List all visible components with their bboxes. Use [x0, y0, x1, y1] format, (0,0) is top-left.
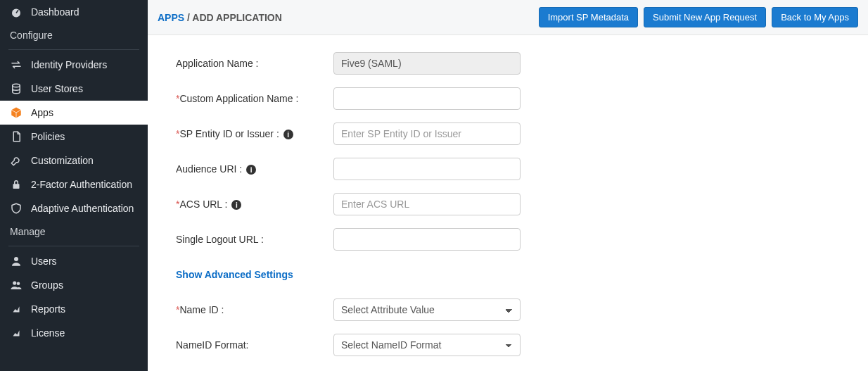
sidebar: Dashboard Configure Identity Providers U… [0, 0, 148, 371]
svg-point-5 [13, 281, 16, 284]
swap-icon [10, 58, 23, 71]
sidebar-item-2fa[interactable]: 2-Factor Authentication [0, 172, 148, 196]
sidebar-item-license[interactable]: License [0, 321, 148, 345]
sidebar-item-user-stores[interactable]: User Stores [0, 77, 148, 101]
box-icon [10, 106, 23, 119]
import-sp-metadata-button[interactable]: Import SP Metadata [539, 7, 638, 27]
show-advanced-settings-link[interactable]: Show Advanced Settings [176, 269, 293, 280]
sidebar-item-label: Dashboard [31, 6, 79, 18]
sidebar-item-users[interactable]: Users [0, 249, 148, 273]
sidebar-item-dashboard[interactable]: Dashboard [0, 0, 148, 24]
divider [8, 49, 139, 50]
sidebar-section-manage: Manage [0, 220, 148, 243]
sidebar-item-label: Policies [31, 131, 65, 142]
breadcrumb-current: ADD APPLICATION [192, 12, 282, 23]
main-content: APPS / ADD APPLICATION Import SP Metadat… [148, 0, 868, 371]
sidebar-item-label: License [31, 327, 65, 339]
sidebar-item-label: Users [31, 256, 57, 267]
row-name-id: *Name ID : Select Attribute Value [176, 298, 840, 321]
label-custom-app-name: *Custom Application Name : [176, 93, 333, 104]
topbar: APPS / ADD APPLICATION Import SP Metadat… [148, 0, 868, 35]
sidebar-item-groups[interactable]: Groups [0, 273, 148, 297]
label-audience-uri: Audience URI : i [176, 163, 333, 175]
chart-icon [10, 327, 23, 339]
svg-rect-3 [13, 184, 20, 189]
audience-uri-field[interactable] [333, 158, 521, 180]
chart-icon [10, 303, 23, 315]
single-logout-url-field[interactable] [333, 228, 521, 251]
topbar-actions: Import SP Metadata Submit New App Reques… [539, 7, 858, 27]
row-custom-app-name: *Custom Application Name : [176, 87, 840, 110]
sidebar-item-adaptive-auth[interactable]: Adaptive Authentication [0, 196, 148, 220]
application-name-field [333, 52, 521, 75]
sidebar-item-label: Reports [31, 303, 65, 315]
sidebar-item-label: Apps [31, 107, 53, 118]
sidebar-section-configure: Configure [0, 24, 148, 46]
sidebar-item-policies[interactable]: Policies [0, 125, 148, 149]
lock-icon [10, 178, 23, 191]
info-icon[interactable]: i [246, 165, 256, 175]
wrench-icon [10, 154, 23, 167]
breadcrumb-sep: / [184, 12, 192, 23]
back-to-my-apps-button[interactable]: Back to My Apps [772, 7, 858, 27]
sidebar-item-reports[interactable]: Reports [0, 297, 148, 321]
svg-point-2 [13, 84, 20, 87]
breadcrumb: APPS / ADD APPLICATION [158, 12, 282, 23]
svg-point-6 [17, 282, 20, 286]
sidebar-item-label: Identity Providers [31, 59, 107, 70]
info-icon[interactable]: i [231, 200, 241, 210]
sidebar-item-label: User Stores [31, 83, 83, 94]
label-slo-url: Single Logout URL : [176, 234, 333, 245]
sidebar-item-label: Groups [31, 279, 63, 291]
label-name-id: *Name ID : [176, 304, 333, 315]
label-sp-entity-id: *SP Entity ID or Issuer : i [176, 128, 333, 139]
row-nameid-format: NameID Format: Select NameID Format [176, 334, 840, 356]
nameid-format-select[interactable]: Select NameID Format [333, 334, 521, 356]
label-acs-url: *ACS URL : i [176, 199, 333, 210]
row-audience-uri: Audience URI : i [176, 158, 840, 180]
label-nameid-format: NameID Format: [176, 339, 333, 351]
acs-url-field[interactable] [333, 193, 521, 215]
row-slo-url: Single Logout URL : [176, 228, 840, 251]
shield-icon [10, 202, 23, 215]
sidebar-item-label: Customization [31, 155, 94, 166]
user-icon [10, 255, 23, 268]
form: Application Name : *Custom Application N… [148, 35, 868, 371]
sidebar-item-label: Adaptive Authentication [31, 203, 134, 214]
row-application-name: Application Name : [176, 52, 840, 75]
document-icon [10, 130, 23, 143]
info-icon[interactable]: i [283, 130, 293, 139]
database-icon [10, 82, 23, 95]
sidebar-item-apps[interactable]: Apps [0, 101, 148, 125]
custom-application-name-field[interactable] [333, 87, 521, 110]
sidebar-item-label: 2-Factor Authentication [31, 179, 132, 190]
submit-new-app-request-button[interactable]: Submit New App Request [644, 7, 766, 27]
users-icon [10, 279, 23, 291]
row-sp-entity-id: *SP Entity ID or Issuer : i [176, 122, 840, 145]
breadcrumb-root[interactable]: APPS [158, 12, 184, 23]
label-application-name: Application Name : [176, 58, 333, 69]
name-id-select[interactable]: Select Attribute Value [333, 298, 521, 321]
sidebar-item-customization[interactable]: Customization [0, 149, 148, 172]
sp-entity-id-field[interactable] [333, 122, 521, 145]
sidebar-item-identity-providers[interactable]: Identity Providers [0, 53, 148, 77]
row-acs-url: *ACS URL : i [176, 193, 840, 215]
dashboard-icon [10, 6, 23, 18]
svg-point-4 [14, 257, 18, 261]
divider [8, 246, 139, 246]
